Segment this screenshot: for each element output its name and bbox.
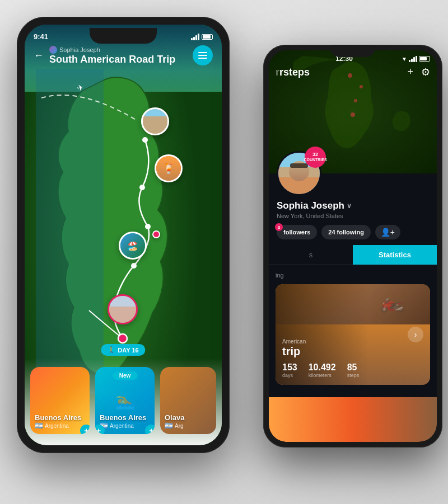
day-badge: 🚶 DAY 16 bbox=[101, 344, 145, 356]
countries-badge: 32 COUNTRIES bbox=[305, 147, 326, 168]
followers-notif: 3 bbox=[275, 223, 283, 231]
followers-pill[interactable]: 3 followers bbox=[277, 225, 317, 239]
phone2-nav-title: rrsteps bbox=[276, 67, 310, 78]
phone2-nav-icons: + ⚙ bbox=[407, 66, 430, 78]
km-label: kilometers bbox=[309, 373, 336, 378]
flag-1: 🇦🇷 bbox=[35, 422, 43, 430]
bottom-strip bbox=[269, 397, 437, 442]
phone1-bottom-cards: Buenos Aires 🇦🇷 Argentina + 🏊 bbox=[25, 359, 222, 445]
card-3[interactable]: Olava 🇦🇷 Arg bbox=[160, 367, 216, 434]
card-2[interactable]: 🏊 New Buenos Aires 🇦🇷 Argentina + + bbox=[95, 367, 155, 434]
map-pin-3[interactable]: 🏖️ bbox=[119, 232, 147, 260]
phone1-title-area: Sophia Joseph South American Road Trip bbox=[49, 46, 187, 65]
svg-point-3 bbox=[139, 185, 145, 190]
map-pin-1[interactable] bbox=[141, 107, 169, 135]
phone2-screen: 12:30 ▼ bbox=[269, 50, 437, 442]
menu-button[interactable] bbox=[193, 45, 213, 65]
phone1-status-icons bbox=[191, 34, 213, 40]
phone2-notch bbox=[330, 45, 375, 57]
bottom-strip-image bbox=[269, 397, 437, 442]
svg-point-10 bbox=[351, 112, 355, 117]
phone1-title: South American Road Trip bbox=[49, 54, 187, 65]
stats-section-label: ing bbox=[276, 272, 430, 279]
phone1-nav: ← Sophia Joseph South American Road Trip bbox=[34, 45, 213, 65]
phone2-shell: 12:30 ▼ bbox=[263, 45, 442, 448]
settings-icon[interactable]: ⚙ bbox=[421, 66, 430, 78]
plus-button-1[interactable]: + bbox=[80, 425, 90, 434]
map-pin-2[interactable]: 🍹 bbox=[155, 154, 183, 182]
svg-point-8 bbox=[360, 85, 363, 88]
svg-point-6 bbox=[118, 334, 127, 343]
days-value: 153 bbox=[282, 362, 297, 373]
battery-icon bbox=[202, 34, 213, 40]
phone2-signal bbox=[409, 56, 417, 62]
svg-point-2 bbox=[142, 137, 148, 143]
trip-arrow-button[interactable]: › bbox=[408, 327, 423, 342]
phone2-tabs: s Statistics bbox=[269, 245, 437, 265]
phone1-shell: ✈ bbox=[17, 17, 230, 453]
trip-card-content: American trip 153 days 10.492 kilometers bbox=[276, 332, 430, 385]
profile-name: Sophia Joseph ∨ bbox=[277, 200, 429, 211]
phone1-screen: ✈ bbox=[25, 25, 222, 445]
following-pill[interactable]: 24 following bbox=[321, 225, 371, 239]
plus-icon[interactable]: + bbox=[407, 66, 413, 78]
phone2-status-icons: ▼ bbox=[402, 56, 430, 62]
profile-avatar-wrap: 32 COUNTRIES bbox=[277, 151, 321, 196]
add-friend-button[interactable]: 👤+ bbox=[375, 225, 400, 239]
phone2-battery bbox=[419, 56, 430, 62]
walking-icon: 🚶 bbox=[108, 346, 115, 354]
trip-card-sub: American bbox=[282, 338, 423, 345]
trip-card-title: trip bbox=[282, 345, 423, 358]
profile-stats: 3 followers 24 following 👤+ bbox=[277, 225, 429, 239]
phone1-subtitle: Sophia Joseph bbox=[49, 46, 187, 54]
trip-stat-steps: 85 steps bbox=[347, 362, 360, 378]
map-pin-4[interactable] bbox=[108, 294, 138, 324]
plus-button-2-right[interactable]: + bbox=[145, 425, 155, 434]
trip-stats-row: 153 days 10.492 kilometers 85 steps bbox=[282, 362, 423, 378]
stats-content: ing 🏍️ American bbox=[269, 265, 437, 392]
steps-label: steps bbox=[347, 373, 360, 378]
card-2-country: 🇦🇷 Argentina bbox=[100, 422, 150, 430]
phone1-time: 9:41 bbox=[34, 32, 48, 41]
hamburger-line-2 bbox=[198, 55, 207, 56]
card-2-label: Buenos Aires 🇦🇷 Argentina bbox=[100, 413, 150, 430]
trip-card[interactable]: 🏍️ American trip 153 days bbox=[276, 284, 430, 385]
svg-point-9 bbox=[354, 99, 357, 102]
trip-stat-days: 153 days bbox=[282, 362, 297, 378]
svg-text:✈: ✈ bbox=[76, 82, 85, 93]
phone1-header: 9:41 bbox=[25, 25, 222, 71]
km-value: 10.492 bbox=[309, 362, 336, 373]
phone1-avatar-small bbox=[49, 46, 57, 54]
card-3-country: 🇦🇷 Arg bbox=[165, 422, 212, 430]
card-1-country: 🇦🇷 Argentina bbox=[35, 422, 85, 430]
tab-statistics[interactable]: Statistics bbox=[353, 245, 437, 265]
scene: ✈ bbox=[0, 0, 448, 504]
signal-bars bbox=[191, 34, 199, 40]
svg-point-5 bbox=[131, 263, 137, 269]
hamburger-line-1 bbox=[198, 52, 207, 53]
phone2-profile: 32 COUNTRIES Sophia Joseph ∨ New York, U… bbox=[269, 173, 437, 245]
steps-value: 85 bbox=[347, 362, 360, 373]
phone1: ✈ bbox=[17, 17, 230, 453]
trip-stat-km: 10.492 kilometers bbox=[309, 362, 336, 378]
back-button[interactable]: ← bbox=[34, 50, 44, 62]
wifi-icon: ▼ bbox=[402, 56, 407, 62]
card-1-label: Buenos Aires 🇦🇷 Argentina bbox=[35, 413, 85, 430]
phone1-status-bar: 9:41 bbox=[34, 32, 213, 41]
card-3-city: Olava bbox=[165, 413, 212, 422]
flag-3: 🇦🇷 bbox=[165, 422, 173, 430]
tab-trips[interactable]: s bbox=[269, 245, 353, 265]
card-1[interactable]: Buenos Aires 🇦🇷 Argentina + bbox=[30, 367, 90, 434]
phone2-nav-bar: rrsteps + ⚙ bbox=[276, 66, 430, 78]
days-label: days bbox=[282, 373, 297, 378]
hamburger-line-3 bbox=[198, 58, 207, 59]
route-dot-red bbox=[152, 230, 160, 238]
avatar-sunglasses bbox=[290, 163, 308, 168]
svg-point-4 bbox=[145, 224, 151, 229]
dropdown-icon[interactable]: ∨ bbox=[347, 202, 352, 210]
card-1-city: Buenos Aires bbox=[35, 413, 85, 422]
card-2-city: Buenos Aires bbox=[100, 413, 150, 422]
card-3-label: Olava 🇦🇷 Arg bbox=[165, 413, 212, 430]
phone2: 12:30 ▼ bbox=[263, 45, 442, 448]
profile-location: New York, United States bbox=[277, 213, 429, 219]
